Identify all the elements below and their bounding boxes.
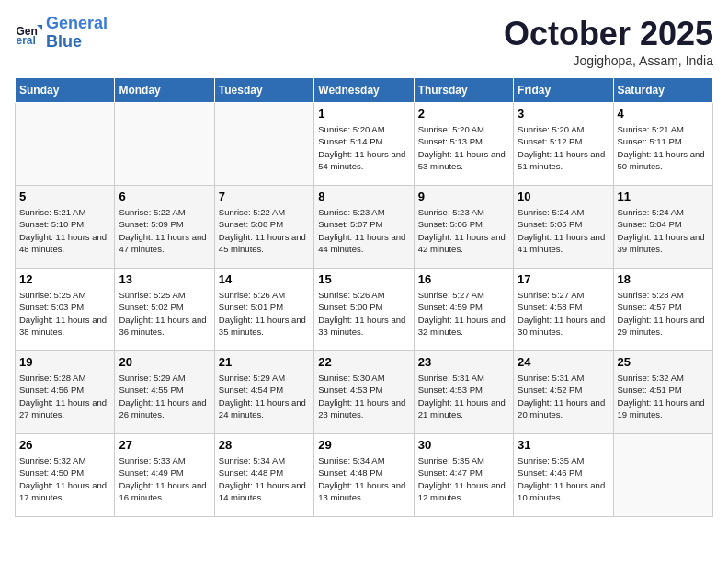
day-info: Sunrise: 5:28 AMSunset: 4:57 PMDaylight:…	[618, 289, 709, 338]
day-number: 24	[518, 355, 609, 369]
day-info: Sunrise: 5:25 AMSunset: 5:03 PMDaylight:…	[19, 289, 110, 338]
calendar-cell: 31Sunrise: 5:35 AMSunset: 4:46 PMDayligh…	[514, 434, 613, 517]
day-number: 31	[518, 438, 609, 452]
day-info: Sunrise: 5:30 AMSunset: 4:53 PMDaylight:…	[318, 372, 409, 420]
day-info: Sunrise: 5:20 AMSunset: 5:14 PMDaylight:…	[318, 123, 409, 172]
day-number: 14	[219, 272, 310, 286]
day-number: 23	[418, 355, 509, 369]
day-number: 20	[119, 355, 210, 369]
day-number: 28	[219, 438, 310, 452]
calendar-cell: 13Sunrise: 5:25 AMSunset: 5:02 PMDayligh…	[115, 269, 214, 351]
logo-icon: Gen eral	[15, 19, 42, 47]
header-wednesday: Wednesday	[314, 78, 414, 103]
day-info: Sunrise: 5:26 AMSunset: 5:00 PMDaylight:…	[318, 289, 409, 338]
day-number: 22	[318, 355, 409, 369]
day-info: Sunrise: 5:29 AMSunset: 4:55 PMDaylight:…	[119, 372, 210, 420]
day-info: Sunrise: 5:31 AMSunset: 4:53 PMDaylight:…	[418, 372, 509, 420]
calendar-cell: 2Sunrise: 5:20 AMSunset: 5:13 PMDaylight…	[414, 103, 513, 186]
header-tuesday: Tuesday	[214, 78, 313, 103]
day-info: Sunrise: 5:24 AMSunset: 5:04 PMDaylight:…	[618, 206, 709, 255]
day-info: Sunrise: 5:20 AMSunset: 5:13 PMDaylight:…	[418, 123, 509, 172]
day-number: 3	[518, 107, 609, 121]
logo-text-line1: General	[46, 15, 108, 33]
calendar-cell: 12Sunrise: 5:25 AMSunset: 5:03 PMDayligh…	[16, 269, 115, 351]
calendar-subtitle: Jogighopa, Assam, India	[504, 53, 713, 68]
calendar-header-row: SundayMondayTuesdayWednesdayThursdayFrid…	[16, 78, 713, 103]
calendar-cell: 20Sunrise: 5:29 AMSunset: 4:55 PMDayligh…	[115, 351, 214, 434]
calendar-cell: 6Sunrise: 5:22 AMSunset: 5:09 PMDaylight…	[115, 186, 214, 269]
day-number: 7	[219, 190, 310, 203]
calendar-cell: 10Sunrise: 5:24 AMSunset: 5:05 PMDayligh…	[514, 186, 613, 269]
calendar-cell: 19Sunrise: 5:28 AMSunset: 4:56 PMDayligh…	[16, 351, 115, 434]
calendar-table: SundayMondayTuesdayWednesdayThursdayFrid…	[15, 77, 713, 517]
day-info: Sunrise: 5:24 AMSunset: 5:05 PMDaylight:…	[518, 206, 609, 255]
calendar-week-4: 19Sunrise: 5:28 AMSunset: 4:56 PMDayligh…	[16, 351, 713, 434]
day-number: 15	[318, 272, 409, 286]
calendar-cell: 23Sunrise: 5:31 AMSunset: 4:53 PMDayligh…	[414, 351, 513, 434]
header-thursday: Thursday	[414, 78, 513, 103]
logo: Gen eral General Blue	[15, 15, 108, 52]
day-info: Sunrise: 5:27 AMSunset: 4:59 PMDaylight:…	[418, 289, 509, 338]
day-info: Sunrise: 5:25 AMSunset: 5:02 PMDaylight:…	[119, 289, 210, 338]
day-number: 17	[518, 272, 609, 286]
calendar-cell: 11Sunrise: 5:24 AMSunset: 5:04 PMDayligh…	[613, 186, 712, 269]
day-number: 16	[418, 272, 509, 286]
day-number: 21	[219, 355, 310, 369]
calendar-cell: 21Sunrise: 5:29 AMSunset: 4:54 PMDayligh…	[214, 351, 313, 434]
day-number: 6	[119, 190, 210, 203]
calendar-cell: 29Sunrise: 5:34 AMSunset: 4:48 PMDayligh…	[314, 434, 414, 517]
day-number: 10	[518, 190, 609, 203]
day-number: 8	[318, 190, 409, 203]
day-number: 26	[19, 438, 110, 452]
calendar-cell: 18Sunrise: 5:28 AMSunset: 4:57 PMDayligh…	[613, 269, 712, 351]
calendar-cell: 25Sunrise: 5:32 AMSunset: 4:51 PMDayligh…	[613, 351, 712, 434]
day-number: 27	[119, 438, 210, 452]
calendar-week-5: 26Sunrise: 5:32 AMSunset: 4:50 PMDayligh…	[16, 434, 713, 517]
day-number: 12	[19, 272, 110, 286]
day-number: 18	[618, 272, 709, 286]
day-info: Sunrise: 5:20 AMSunset: 5:12 PMDaylight:…	[518, 123, 609, 172]
calendar-cell: 8Sunrise: 5:23 AMSunset: 5:07 PMDaylight…	[314, 186, 414, 269]
page-header: Gen eral General Blue October 2025 Jogig…	[15, 15, 713, 68]
day-info: Sunrise: 5:32 AMSunset: 4:50 PMDaylight:…	[19, 454, 110, 503]
calendar-cell: 28Sunrise: 5:34 AMSunset: 4:48 PMDayligh…	[214, 434, 313, 517]
day-info: Sunrise: 5:21 AMSunset: 5:10 PMDaylight:…	[19, 206, 110, 255]
header-saturday: Saturday	[613, 78, 712, 103]
header-monday: Monday	[115, 78, 214, 103]
calendar-week-1: 1Sunrise: 5:20 AMSunset: 5:14 PMDaylight…	[16, 103, 713, 186]
day-number: 1	[318, 107, 409, 121]
day-number: 29	[318, 438, 409, 452]
calendar-cell: 14Sunrise: 5:26 AMSunset: 5:01 PMDayligh…	[214, 269, 313, 351]
calendar-week-3: 12Sunrise: 5:25 AMSunset: 5:03 PMDayligh…	[16, 269, 713, 351]
calendar-cell	[613, 434, 712, 517]
day-info: Sunrise: 5:26 AMSunset: 5:01 PMDaylight:…	[219, 289, 310, 338]
day-info: Sunrise: 5:23 AMSunset: 5:07 PMDaylight:…	[318, 206, 409, 255]
day-info: Sunrise: 5:32 AMSunset: 4:51 PMDaylight:…	[618, 372, 709, 420]
header-friday: Friday	[514, 78, 613, 103]
day-info: Sunrise: 5:29 AMSunset: 4:54 PMDaylight:…	[219, 372, 310, 420]
day-info: Sunrise: 5:22 AMSunset: 5:09 PMDaylight:…	[119, 206, 210, 255]
calendar-cell: 9Sunrise: 5:23 AMSunset: 5:06 PMDaylight…	[414, 186, 513, 269]
day-number: 5	[19, 190, 110, 203]
day-number: 4	[618, 107, 709, 121]
day-info: Sunrise: 5:27 AMSunset: 4:58 PMDaylight:…	[518, 289, 609, 338]
calendar-cell: 16Sunrise: 5:27 AMSunset: 4:59 PMDayligh…	[414, 269, 513, 351]
calendar-cell: 26Sunrise: 5:32 AMSunset: 4:50 PMDayligh…	[16, 434, 115, 517]
calendar-cell: 15Sunrise: 5:26 AMSunset: 5:00 PMDayligh…	[314, 269, 414, 351]
calendar-cell: 5Sunrise: 5:21 AMSunset: 5:10 PMDaylight…	[16, 186, 115, 269]
calendar-cell: 22Sunrise: 5:30 AMSunset: 4:53 PMDayligh…	[314, 351, 414, 434]
day-info: Sunrise: 5:35 AMSunset: 4:47 PMDaylight:…	[418, 454, 509, 503]
header-sunday: Sunday	[16, 78, 115, 103]
day-number: 25	[618, 355, 709, 369]
calendar-cell	[115, 103, 214, 186]
calendar-cell: 24Sunrise: 5:31 AMSunset: 4:52 PMDayligh…	[514, 351, 613, 434]
day-info: Sunrise: 5:34 AMSunset: 4:48 PMDaylight:…	[318, 454, 409, 503]
day-number: 2	[418, 107, 509, 121]
day-number: 11	[618, 190, 709, 203]
title-block: October 2025 Jogighopa, Assam, India	[504, 15, 713, 68]
calendar-cell: 27Sunrise: 5:33 AMSunset: 4:49 PMDayligh…	[115, 434, 214, 517]
svg-text:eral: eral	[17, 34, 36, 47]
day-info: Sunrise: 5:31 AMSunset: 4:52 PMDaylight:…	[518, 372, 609, 420]
calendar-cell	[16, 103, 115, 186]
day-info: Sunrise: 5:35 AMSunset: 4:46 PMDaylight:…	[518, 454, 609, 503]
